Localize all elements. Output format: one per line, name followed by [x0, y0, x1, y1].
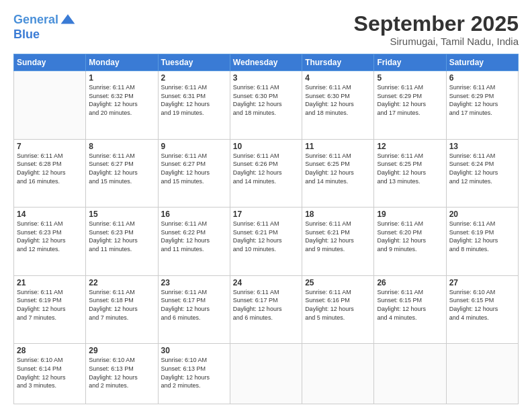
- day-info: Sunrise: 6:11 AM Sunset: 6:17 PM Dayligh…: [161, 288, 227, 322]
- table-row: 6Sunrise: 6:11 AM Sunset: 6:29 PM Daylig…: [446, 71, 518, 140]
- day-info: Sunrise: 6:11 AM Sunset: 6:26 PM Dayligh…: [233, 152, 299, 185]
- day-info: Sunrise: 6:10 AM Sunset: 6:13 PM Dayligh…: [161, 356, 227, 390]
- table-row: 12Sunrise: 6:11 AM Sunset: 6:25 PM Dayli…: [374, 139, 446, 208]
- day-info: Sunrise: 6:11 AM Sunset: 6:30 PM Dayligh…: [233, 83, 299, 117]
- day-number: 14: [17, 210, 83, 219]
- day-info: Sunrise: 6:10 AM Sunset: 6:15 PM Dayligh…: [449, 288, 515, 322]
- day-number: 27: [449, 278, 515, 287]
- day-info: Sunrise: 6:11 AM Sunset: 6:25 PM Dayligh…: [305, 152, 371, 185]
- day-number: 29: [89, 346, 154, 355]
- table-row: 15Sunrise: 6:11 AM Sunset: 6:23 PM Dayli…: [86, 208, 158, 276]
- day-number: 30: [161, 346, 227, 355]
- day-info: Sunrise: 6:11 AM Sunset: 6:23 PM Dayligh…: [89, 220, 154, 253]
- day-info: Sunrise: 6:11 AM Sunset: 6:15 PM Dayligh…: [377, 288, 443, 322]
- table-row: 24Sunrise: 6:11 AM Sunset: 6:17 PM Dayli…: [230, 275, 302, 344]
- header-wednesday: Wednesday: [230, 54, 302, 71]
- day-number: 8: [89, 142, 154, 151]
- day-info: Sunrise: 6:11 AM Sunset: 6:18 PM Dayligh…: [89, 288, 154, 322]
- day-number: 6: [449, 73, 515, 83]
- table-row: 29Sunrise: 6:10 AM Sunset: 6:13 PM Dayli…: [86, 344, 158, 404]
- day-info: Sunrise: 6:11 AM Sunset: 6:16 PM Dayligh…: [305, 288, 371, 322]
- table-row: 23Sunrise: 6:11 AM Sunset: 6:17 PM Dayli…: [158, 275, 230, 344]
- table-row: 8Sunrise: 6:11 AM Sunset: 6:27 PM Daylig…: [86, 139, 158, 208]
- day-number: 3: [233, 73, 299, 83]
- logo-blue-text: Blue: [13, 28, 76, 42]
- day-info: Sunrise: 6:10 AM Sunset: 6:14 PM Dayligh…: [17, 356, 83, 390]
- day-number: 28: [17, 346, 83, 355]
- day-info: Sunrise: 6:11 AM Sunset: 6:29 PM Dayligh…: [377, 83, 443, 117]
- day-info: Sunrise: 6:10 AM Sunset: 6:13 PM Dayligh…: [89, 356, 154, 390]
- day-number: 15: [89, 210, 154, 219]
- table-row: 30Sunrise: 6:10 AM Sunset: 6:13 PM Dayli…: [158, 344, 230, 404]
- table-row: [302, 344, 374, 404]
- table-row: 3Sunrise: 6:11 AM Sunset: 6:30 PM Daylig…: [230, 71, 302, 140]
- table-row: [14, 71, 86, 140]
- header-saturday: Saturday: [446, 54, 518, 71]
- calendar-table: Sunday Monday Tuesday Wednesday Thursday…: [13, 54, 519, 404]
- table-row: 26Sunrise: 6:11 AM Sunset: 6:15 PM Dayli…: [374, 275, 446, 344]
- day-info: Sunrise: 6:11 AM Sunset: 6:25 PM Dayligh…: [377, 152, 443, 185]
- day-number: 26: [377, 278, 443, 287]
- location-subtitle: Sirumugai, Tamil Nadu, India: [354, 36, 519, 47]
- table-row: 11Sunrise: 6:11 AM Sunset: 6:25 PM Dayli…: [302, 139, 374, 208]
- table-row: 22Sunrise: 6:11 AM Sunset: 6:18 PM Dayli…: [86, 275, 158, 344]
- day-info: Sunrise: 6:11 AM Sunset: 6:21 PM Dayligh…: [233, 220, 299, 253]
- day-info: Sunrise: 6:11 AM Sunset: 6:27 PM Dayligh…: [161, 152, 227, 185]
- table-row: 10Sunrise: 6:11 AM Sunset: 6:26 PM Dayli…: [230, 139, 302, 208]
- table-row: 13Sunrise: 6:11 AM Sunset: 6:24 PM Dayli…: [446, 139, 518, 208]
- day-number: 17: [233, 210, 299, 219]
- calendar-week-row: 1Sunrise: 6:11 AM Sunset: 6:32 PM Daylig…: [14, 71, 519, 140]
- day-info: Sunrise: 6:11 AM Sunset: 6:20 PM Dayligh…: [377, 220, 443, 253]
- day-info: Sunrise: 6:11 AM Sunset: 6:28 PM Dayligh…: [17, 152, 83, 185]
- calendar-week-row: 21Sunrise: 6:11 AM Sunset: 6:19 PM Dayli…: [14, 275, 519, 344]
- page: General Blue September 2025 Sirumugai, T…: [0, 0, 532, 411]
- day-info: Sunrise: 6:11 AM Sunset: 6:21 PM Dayligh…: [305, 220, 371, 253]
- month-title: September 2025: [354, 12, 519, 36]
- day-info: Sunrise: 6:11 AM Sunset: 6:32 PM Dayligh…: [89, 83, 154, 117]
- day-info: Sunrise: 6:11 AM Sunset: 6:24 PM Dayligh…: [449, 152, 515, 185]
- day-info: Sunrise: 6:11 AM Sunset: 6:30 PM Dayligh…: [305, 83, 371, 117]
- day-number: 16: [161, 210, 227, 219]
- calendar-week-row: 28Sunrise: 6:10 AM Sunset: 6:14 PM Dayli…: [14, 344, 519, 404]
- table-row: 17Sunrise: 6:11 AM Sunset: 6:21 PM Dayli…: [230, 208, 302, 276]
- weekday-header-row: Sunday Monday Tuesday Wednesday Thursday…: [14, 54, 519, 71]
- day-info: Sunrise: 6:11 AM Sunset: 6:29 PM Dayligh…: [449, 83, 515, 117]
- day-number: 11: [305, 142, 371, 151]
- day-number: 7: [17, 142, 83, 151]
- header: General Blue September 2025 Sirumugai, T…: [13, 12, 519, 47]
- day-number: 23: [161, 278, 227, 287]
- day-number: 2: [161, 73, 227, 83]
- day-number: 22: [89, 278, 154, 287]
- header-friday: Friday: [374, 54, 446, 71]
- day-number: 20: [449, 210, 515, 219]
- table-row: 4Sunrise: 6:11 AM Sunset: 6:30 PM Daylig…: [302, 71, 374, 140]
- day-number: 12: [377, 142, 443, 151]
- table-row: [446, 344, 518, 404]
- day-number: 21: [17, 278, 83, 287]
- table-row: 2Sunrise: 6:11 AM Sunset: 6:31 PM Daylig…: [158, 71, 230, 140]
- calendar-week-row: 7Sunrise: 6:11 AM Sunset: 6:28 PM Daylig…: [14, 139, 519, 208]
- day-number: 9: [161, 142, 227, 151]
- day-info: Sunrise: 6:11 AM Sunset: 6:17 PM Dayligh…: [233, 288, 299, 322]
- day-number: 24: [233, 278, 299, 287]
- table-row: 5Sunrise: 6:11 AM Sunset: 6:29 PM Daylig…: [374, 71, 446, 140]
- table-row: [374, 344, 446, 404]
- logo: General Blue: [13, 12, 76, 42]
- day-number: 19: [377, 210, 443, 219]
- table-row: 19Sunrise: 6:11 AM Sunset: 6:20 PM Dayli…: [374, 208, 446, 276]
- table-row: 7Sunrise: 6:11 AM Sunset: 6:28 PM Daylig…: [14, 139, 86, 208]
- table-row: 27Sunrise: 6:10 AM Sunset: 6:15 PM Dayli…: [446, 275, 518, 344]
- day-number: 13: [449, 142, 515, 151]
- table-row: 16Sunrise: 6:11 AM Sunset: 6:22 PM Dayli…: [158, 208, 230, 276]
- table-row: 28Sunrise: 6:10 AM Sunset: 6:14 PM Dayli…: [14, 344, 86, 404]
- logo-icon: [60, 12, 76, 28]
- table-row: 20Sunrise: 6:11 AM Sunset: 6:19 PM Dayli…: [446, 208, 518, 276]
- logo-text: General: [13, 13, 58, 27]
- calendar-week-row: 14Sunrise: 6:11 AM Sunset: 6:23 PM Dayli…: [14, 208, 519, 276]
- day-number: 25: [305, 278, 371, 287]
- day-info: Sunrise: 6:11 AM Sunset: 6:19 PM Dayligh…: [449, 220, 515, 253]
- day-info: Sunrise: 6:11 AM Sunset: 6:19 PM Dayligh…: [17, 288, 83, 322]
- table-row: 18Sunrise: 6:11 AM Sunset: 6:21 PM Dayli…: [302, 208, 374, 276]
- day-number: 10: [233, 142, 299, 151]
- table-row: 25Sunrise: 6:11 AM Sunset: 6:16 PM Dayli…: [302, 275, 374, 344]
